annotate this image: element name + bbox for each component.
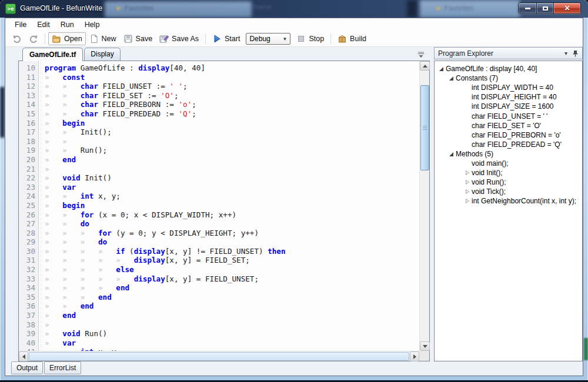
document-list-icon[interactable] — [417, 52, 425, 58]
code-line: 31» » » » » display[x, y] = FIELD_SET; — [19, 256, 419, 265]
keyword-token: begin — [62, 119, 85, 128]
tree-item[interactable]: Constants (7) — [435, 73, 582, 83]
arrow-right-icon — [413, 354, 416, 359]
new-button[interactable]: New — [86, 32, 120, 45]
code-text: » end — [39, 311, 76, 320]
tab-display[interactable]: Display — [84, 48, 120, 61]
code-text: » » » » » display[x, y] = FIELD_SET; — [39, 256, 250, 265]
tab-whitespace-glyphs: » » — [45, 192, 81, 200]
tree-item[interactable]: void Init(); — [435, 168, 582, 177]
horizontal-scrollbar[interactable] — [19, 351, 419, 361]
thumb-grip — [423, 126, 427, 126]
tab-errorlist[interactable]: ErrorList — [44, 361, 81, 374]
arrow-down-icon — [423, 345, 427, 348]
menu-edit[interactable]: Edit — [32, 19, 55, 30]
stop-button[interactable]: Stop — [293, 32, 328, 45]
save-as-button[interactable]: Save As — [156, 32, 202, 45]
keyword-token: display — [138, 63, 169, 72]
app-icon[interactable]: >e — [5, 4, 16, 14]
code-token: FIELD_UNSET := — [98, 82, 169, 91]
debug-mode-select[interactable]: Debug ▼ — [246, 33, 290, 45]
keyword-token: var — [62, 183, 76, 192]
line-number: 36 — [19, 301, 39, 311]
tab-whitespace-glyphs: » » — [45, 219, 81, 228]
tree-item[interactable]: int DISPLAY_HEIGHT = 40 — [435, 92, 582, 102]
ghost-name-label: Name — [253, 3, 272, 11]
tab-output[interactable]: Output — [11, 361, 43, 374]
menu-help[interactable]: Help — [79, 19, 105, 30]
code-token: ; — [183, 82, 188, 91]
menu-file[interactable]: File — [9, 19, 32, 30]
build-button[interactable]: Build — [334, 32, 370, 45]
line-number: 40 — [19, 339, 39, 348]
open-button[interactable]: Open — [48, 32, 86, 45]
tree-collapsed-icon — [463, 189, 472, 195]
code-line: 10program GameOfLife : display[40, 40] — [19, 63, 419, 73]
code-text: » end — [39, 155, 76, 165]
code-rows: 10program GameOfLife : display[40, 40]11… — [19, 63, 419, 351]
keyword-token: display — [134, 247, 165, 256]
tree-item[interactable]: void Run(); — [435, 177, 582, 187]
thumb-grip — [423, 129, 427, 130]
keyword-token: end — [62, 311, 76, 320]
scroll-right-button[interactable] — [410, 351, 419, 361]
line-number: 31 — [19, 256, 39, 265]
code-token: FIELD_PREDEAD := — [98, 109, 178, 118]
code-surface[interactable]: 10program GameOfLife : display[40, 40]11… — [19, 61, 419, 351]
title-bar[interactable]: ★ Favorites Name ★ Favorites >e GameOfLi… — [0, 0, 588, 18]
tree-item[interactable]: char FIELD_PREBORN = 'o' — [435, 130, 582, 140]
thumb-grip — [423, 128, 427, 128]
pin-icon[interactable] — [572, 50, 579, 57]
scroll-down-button[interactable] — [420, 341, 430, 351]
tree-item[interactable]: void Tick(); — [435, 187, 582, 196]
keyword-token: if — [116, 247, 125, 256]
tab-whitespace-glyphs: » — [45, 173, 62, 182]
scroll-left-button[interactable] — [19, 351, 28, 361]
code-line: 22» void Init() — [19, 173, 419, 183]
tree-item[interactable]: char FIELD_SET = 'O' — [435, 121, 582, 130]
undo-button[interactable] — [9, 32, 25, 45]
redo-button[interactable] — [25, 32, 42, 45]
tree-item[interactable]: int DISPLAY_WIDTH = 40 — [435, 83, 582, 92]
tree-item[interactable]: Methods (5) — [435, 149, 582, 159]
tab-whitespace-glyphs: » » — [45, 137, 81, 146]
program-explorer-panel: Program Explorer ▾ GameOfLife : display … — [434, 47, 583, 361]
code-token: [x, y] != FIELD_UNSET) — [165, 247, 268, 256]
panel-title: Program Explorer — [438, 49, 493, 58]
code-line: 36» » end — [19, 301, 419, 311]
save-button[interactable]: Save — [120, 32, 156, 45]
maximize-button[interactable] — [537, 3, 554, 14]
tree-item[interactable]: char FIELD_UNSET = ' ' — [435, 111, 582, 120]
horizontal-scroll-thumb[interactable] — [29, 352, 409, 361]
tree-item[interactable]: GameOfLife : display [40, 40] — [435, 64, 582, 73]
code-token: ; — [192, 109, 196, 118]
vertical-scrollbar[interactable] — [419, 61, 429, 351]
close-button[interactable]: ✕ — [554, 3, 580, 14]
toolbar-separator — [205, 34, 206, 44]
line-number: 14 — [19, 100, 39, 109]
tab-gameoflife-tf[interactable]: GameOfLife.tf — [22, 48, 83, 61]
code-line: 39» void Run() — [19, 329, 419, 339]
vertical-scroll-thumb[interactable] — [420, 85, 429, 170]
start-button[interactable]: Start — [209, 32, 243, 45]
keyword-token: void — [62, 329, 80, 338]
tree-item[interactable]: void main(); — [435, 159, 582, 168]
scrollbar-corner — [419, 351, 429, 361]
scroll-up-button[interactable] — [420, 61, 430, 71]
line-number: 13 — [19, 91, 39, 100]
code-text: » » — [39, 137, 81, 146]
tree-item[interactable]: int DISPLAY_SIZE = 1600 — [435, 102, 582, 111]
keyword-token: end — [98, 293, 112, 301]
panel-menu-icon[interactable]: ▾ — [564, 50, 567, 56]
minimize-button[interactable] — [519, 3, 537, 14]
bottom-panel-tabs: Output ErrorList — [5, 360, 583, 376]
arrow-left-icon — [22, 354, 25, 359]
program-explorer-header[interactable]: Program Explorer ▾ — [434, 47, 583, 59]
build-package-icon — [338, 34, 347, 43]
tree-item[interactable]: int GetNeighborCount(int x, int y); — [435, 196, 582, 206]
tree-item[interactable]: char FIELD_PREDEAD = 'Q' — [435, 140, 582, 149]
window-body: FileEditRunHelp Open — [5, 18, 583, 376]
tab-whitespace-glyphs: » — [45, 119, 62, 128]
code-text: » » » end — [39, 293, 112, 302]
menu-run[interactable]: Run — [55, 19, 79, 30]
